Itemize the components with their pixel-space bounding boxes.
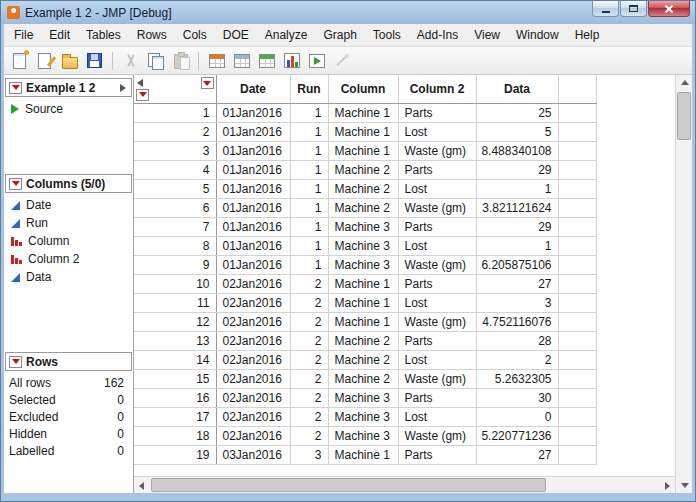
data-cell[interactable] [558, 198, 596, 217]
row-number-cell[interactable]: 13 [134, 331, 216, 350]
summary-table-button[interactable] [205, 49, 228, 72]
data-cell[interactable]: 1 [290, 160, 328, 179]
data-cell[interactable]: Parts [398, 445, 476, 464]
vertical-scrollbar[interactable] [675, 75, 692, 493]
data-cell[interactable] [558, 236, 596, 255]
column-header-run[interactable]: Run [290, 75, 328, 103]
data-cell[interactable]: Lost [398, 236, 476, 255]
data-cell[interactable]: 1 [290, 236, 328, 255]
new-data-table-button[interactable] [8, 49, 31, 72]
data-cell[interactable]: Waste (gm) [398, 198, 476, 217]
data-cell[interactable]: Machine 1 [328, 103, 398, 122]
data-cell[interactable]: 2 [290, 369, 328, 388]
data-cell[interactable]: 2 [290, 331, 328, 350]
data-cell[interactable]: 02Jan2016 [216, 331, 290, 350]
scroll-up-button[interactable] [677, 75, 692, 90]
data-table-button[interactable] [230, 49, 253, 72]
data-cell[interactable]: 01Jan2016 [216, 217, 290, 236]
data-cell[interactable]: Machine 2 [328, 179, 398, 198]
data-cell[interactable]: Waste (gm) [398, 255, 476, 274]
data-cell[interactable]: Lost [398, 179, 476, 198]
column-item-data[interactable]: Data [4, 268, 133, 286]
data-cell[interactable]: Machine 1 [328, 274, 398, 293]
scroll-down-button[interactable] [677, 478, 692, 493]
data-cell[interactable]: 1 [290, 122, 328, 141]
data-cell[interactable] [558, 407, 596, 426]
data-cell[interactable]: 27 [476, 274, 558, 293]
rows-stat-hidden[interactable]: Hidden0 [4, 425, 133, 442]
data-cell[interactable]: Machine 3 [328, 407, 398, 426]
data-cell[interactable]: Machine 2 [328, 198, 398, 217]
column-header-column-2[interactable]: Column 2 [398, 75, 476, 103]
data-cell[interactable] [558, 426, 596, 445]
data-cell[interactable]: 2 [290, 293, 328, 312]
data-cell[interactable]: 01Jan2016 [216, 236, 290, 255]
data-cell[interactable]: Machine 1 [328, 312, 398, 331]
menu-window[interactable]: Window [508, 24, 567, 46]
data-cell[interactable]: 25 [476, 103, 558, 122]
row-number-cell[interactable]: 1 [134, 103, 216, 122]
data-cell[interactable]: 01Jan2016 [216, 141, 290, 160]
data-cell[interactable] [558, 141, 596, 160]
row-number-cell[interactable]: 10 [134, 274, 216, 293]
maximize-button[interactable] [620, 1, 647, 17]
data-cell[interactable]: 01Jan2016 [216, 255, 290, 274]
data-cell[interactable]: 02Jan2016 [216, 293, 290, 312]
data-cell[interactable]: 0 [476, 407, 558, 426]
data-cell[interactable] [558, 179, 596, 198]
row-number-cell[interactable]: 9 [134, 255, 216, 274]
data-cell[interactable]: Parts [398, 274, 476, 293]
menu-file[interactable]: File [6, 24, 41, 46]
menu-doe[interactable]: DOE [215, 24, 257, 46]
data-cell[interactable]: 2 [290, 274, 328, 293]
data-cell[interactable]: 02Jan2016 [216, 369, 290, 388]
new-journal-button[interactable] [33, 49, 56, 72]
data-cell[interactable]: 6.205875106 [476, 255, 558, 274]
grid-columns-menu-icon[interactable] [201, 77, 214, 89]
data-cell[interactable]: Machine 1 [328, 293, 398, 312]
close-button[interactable] [648, 1, 690, 17]
scroll-left-button[interactable] [134, 478, 149, 493]
data-cell[interactable]: 3 [476, 293, 558, 312]
row-number-cell[interactable]: 17 [134, 407, 216, 426]
data-cell[interactable]: Parts [398, 103, 476, 122]
row-number-cell[interactable]: 8 [134, 236, 216, 255]
data-cell[interactable]: Waste (gm) [398, 312, 476, 331]
scroll-right-button[interactable] [660, 478, 675, 493]
row-number-cell[interactable]: 7 [134, 217, 216, 236]
data-cell[interactable]: Waste (gm) [398, 426, 476, 445]
data-cell[interactable]: Machine 1 [328, 141, 398, 160]
format-painter-button[interactable] [330, 49, 353, 72]
data-cell[interactable]: 29 [476, 217, 558, 236]
run-script-button[interactable] [305, 49, 328, 72]
rows-menu-icon[interactable] [9, 356, 22, 368]
grid-rows-menu-icon[interactable] [136, 89, 149, 101]
open-button[interactable] [58, 49, 81, 72]
row-number-cell[interactable]: 11 [134, 293, 216, 312]
data-cell[interactable]: 01Jan2016 [216, 160, 290, 179]
data-cell[interactable]: Parts [398, 331, 476, 350]
horizontal-scrollbar[interactable] [134, 476, 675, 493]
new-rows-table-button[interactable] [255, 49, 278, 72]
minimize-button[interactable] [592, 1, 619, 17]
menu-analyze[interactable]: Analyze [257, 24, 316, 46]
data-cell[interactable]: 1 [290, 179, 328, 198]
menu-tools[interactable]: Tools [365, 24, 409, 46]
data-cell[interactable]: 01Jan2016 [216, 179, 290, 198]
data-cell[interactable]: Machine 3 [328, 388, 398, 407]
data-cell[interactable]: 02Jan2016 [216, 426, 290, 445]
row-number-cell[interactable]: 3 [134, 141, 216, 160]
data-cell[interactable]: Machine 3 [328, 426, 398, 445]
data-cell[interactable]: Machine 2 [328, 160, 398, 179]
data-cell[interactable]: Waste (gm) [398, 141, 476, 160]
data-cell[interactable]: Parts [398, 217, 476, 236]
data-cell[interactable] [558, 369, 596, 388]
data-cell[interactable] [558, 350, 596, 369]
menu-rows[interactable]: Rows [129, 24, 175, 46]
data-cell[interactable]: 5.220771236 [476, 426, 558, 445]
data-cell[interactable]: Machine 3 [328, 236, 398, 255]
row-number-cell[interactable]: 16 [134, 388, 216, 407]
data-cell[interactable]: 2 [290, 426, 328, 445]
rows-stat-labelled[interactable]: Labelled0 [4, 442, 133, 459]
row-number-cell[interactable]: 15 [134, 369, 216, 388]
